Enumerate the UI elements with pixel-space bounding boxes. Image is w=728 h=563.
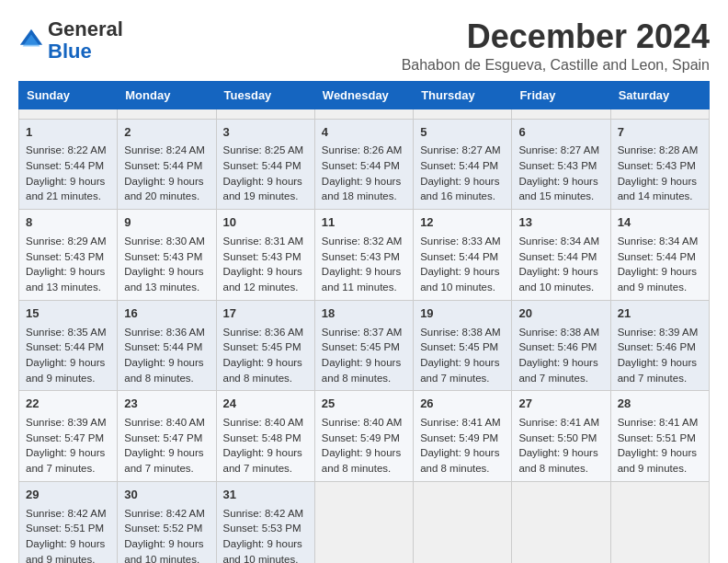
day-header-row: SundayMondayTuesdayWednesdayThursdayFrid…	[19, 81, 710, 109]
day-header-thursday: Thursday	[414, 81, 512, 109]
sunset-text: Sunset: 5:43 PM	[618, 160, 696, 171]
sunset-text: Sunset: 5:45 PM	[322, 341, 400, 352]
day-header-monday: Monday	[118, 81, 216, 109]
sunrise-text: Sunrise: 8:33 AM	[420, 236, 501, 247]
day-number: 6	[518, 124, 603, 142]
sunset-text: Sunset: 5:43 PM	[124, 251, 202, 262]
calendar-cell: 26Sunrise: 8:41 AMSunset: 5:49 PMDayligh…	[414, 391, 512, 482]
day-number: 15	[26, 305, 110, 323]
calendar-cell: 21Sunrise: 8:39 AMSunset: 5:46 PMDayligh…	[610, 300, 709, 391]
day-number: 8	[26, 214, 110, 232]
day-number: 10	[223, 214, 308, 232]
sunset-text: Sunset: 5:43 PM	[518, 160, 597, 171]
day-header-friday: Friday	[512, 81, 610, 109]
calendar-cell: 25Sunrise: 8:40 AMSunset: 5:49 PMDayligh…	[314, 391, 413, 482]
daylight-text: Daylight: 9 hours and 7 minutes.	[26, 447, 105, 474]
sunrise-text: Sunrise: 8:32 AM	[322, 236, 403, 247]
calendar-cell	[414, 109, 512, 119]
day-number: 28	[618, 396, 702, 413]
sunset-text: Sunset: 5:47 PM	[124, 432, 202, 443]
daylight-text: Daylight: 9 hours and 13 minutes.	[124, 266, 203, 293]
sunrise-text: Sunrise: 8:30 AM	[124, 236, 205, 247]
calendar-cell: 14Sunrise: 8:34 AMSunset: 5:44 PMDayligh…	[610, 210, 709, 301]
day-header-saturday: Saturday	[610, 81, 709, 109]
calendar-cell: 1Sunrise: 8:22 AMSunset: 5:44 PMDaylight…	[19, 119, 118, 210]
calendar-cell: 8Sunrise: 8:29 AMSunset: 5:43 PMDaylight…	[19, 210, 118, 301]
calendar-week-row: 22Sunrise: 8:39 AMSunset: 5:47 PMDayligh…	[19, 391, 710, 482]
calendar-cell: 12Sunrise: 8:33 AMSunset: 5:44 PMDayligh…	[414, 210, 512, 301]
sunrise-text: Sunrise: 8:36 AM	[124, 327, 205, 338]
logo-blue: Blue	[48, 40, 92, 63]
day-number: 26	[420, 396, 505, 413]
sunset-text: Sunset: 5:44 PM	[518, 251, 597, 262]
sunset-text: Sunset: 5:45 PM	[420, 341, 498, 352]
location-title: Bahabon de Esgueva, Castille and Leon, S…	[402, 57, 710, 74]
daylight-text: Daylight: 9 hours and 8 minutes.	[124, 357, 203, 384]
calendar-cell: 23Sunrise: 8:40 AMSunset: 5:47 PMDayligh…	[118, 391, 216, 482]
calendar-cell: 6Sunrise: 8:27 AMSunset: 5:43 PMDaylight…	[512, 119, 610, 210]
day-number: 24	[223, 396, 308, 413]
calendar-cell: 4Sunrise: 8:26 AMSunset: 5:44 PMDaylight…	[314, 119, 413, 210]
day-number: 11	[322, 214, 406, 232]
sunset-text: Sunset: 5:44 PM	[618, 251, 696, 262]
sunrise-text: Sunrise: 8:26 AM	[322, 144, 403, 155]
day-number: 4	[322, 124, 406, 142]
day-number: 19	[420, 305, 505, 323]
calendar-cell: 2Sunrise: 8:24 AMSunset: 5:44 PMDaylight…	[118, 119, 216, 210]
day-number: 13	[518, 214, 603, 232]
calendar-cell: 11Sunrise: 8:32 AMSunset: 5:43 PMDayligh…	[314, 210, 413, 301]
sunrise-text: Sunrise: 8:41 AM	[518, 417, 599, 428]
day-number: 18	[322, 305, 406, 323]
sunset-text: Sunset: 5:52 PM	[124, 523, 202, 534]
day-number: 21	[618, 305, 702, 323]
sunrise-text: Sunrise: 8:41 AM	[420, 417, 501, 428]
calendar-week-row: 15Sunrise: 8:35 AMSunset: 5:44 PMDayligh…	[19, 300, 710, 391]
daylight-text: Daylight: 9 hours and 9 minutes.	[26, 538, 105, 563]
sunset-text: Sunset: 5:43 PM	[322, 251, 400, 262]
sunset-text: Sunset: 5:48 PM	[223, 432, 301, 443]
day-number: 30	[124, 487, 209, 504]
day-number: 27	[518, 396, 603, 413]
daylight-text: Daylight: 9 hours and 18 minutes.	[322, 176, 401, 202]
calendar-cell	[512, 109, 610, 119]
title-area: December 2024 Bahabon de Esgueva, Castil…	[402, 18, 710, 74]
daylight-text: Daylight: 9 hours and 8 minutes.	[420, 447, 499, 474]
sunset-text: Sunset: 5:44 PM	[26, 341, 104, 352]
sunset-text: Sunset: 5:43 PM	[26, 251, 104, 262]
calendar-cell: 3Sunrise: 8:25 AMSunset: 5:44 PMDaylight…	[216, 119, 314, 210]
calendar-week-row	[19, 109, 710, 119]
day-number: 1	[26, 124, 110, 142]
sunset-text: Sunset: 5:46 PM	[618, 341, 696, 352]
daylight-text: Daylight: 9 hours and 19 minutes.	[223, 176, 302, 202]
day-number: 16	[124, 305, 209, 323]
daylight-text: Daylight: 9 hours and 7 minutes.	[223, 447, 302, 474]
sunset-text: Sunset: 5:44 PM	[124, 341, 202, 352]
calendar-cell: 15Sunrise: 8:35 AMSunset: 5:44 PMDayligh…	[19, 300, 118, 391]
calendar-cell: 20Sunrise: 8:38 AMSunset: 5:46 PMDayligh…	[512, 300, 610, 391]
daylight-text: Daylight: 9 hours and 7 minutes.	[618, 357, 697, 384]
day-number: 23	[124, 396, 209, 413]
sunset-text: Sunset: 5:46 PM	[518, 341, 597, 352]
sunrise-text: Sunrise: 8:24 AM	[124, 144, 205, 155]
logo-text: General Blue	[48, 18, 123, 63]
daylight-text: Daylight: 9 hours and 7 minutes.	[420, 357, 499, 384]
calendar-cell	[216, 109, 314, 119]
calendar-cell: 13Sunrise: 8:34 AMSunset: 5:44 PMDayligh…	[512, 210, 610, 301]
calendar-cell: 18Sunrise: 8:37 AMSunset: 5:45 PMDayligh…	[314, 300, 413, 391]
logo-general: General	[48, 17, 123, 40]
sunrise-text: Sunrise: 8:36 AM	[223, 327, 304, 338]
daylight-text: Daylight: 9 hours and 9 minutes.	[26, 357, 105, 384]
sunrise-text: Sunrise: 8:28 AM	[618, 144, 699, 155]
calendar-cell	[414, 481, 512, 563]
month-title: December 2024	[402, 18, 710, 55]
day-number: 2	[124, 124, 209, 142]
sunset-text: Sunset: 5:53 PM	[223, 523, 301, 534]
day-number: 14	[618, 214, 702, 232]
calendar-cell	[610, 481, 709, 563]
page-header: General Blue December 2024 Bahabon de Es…	[18, 18, 710, 74]
daylight-text: Daylight: 9 hours and 8 minutes.	[518, 447, 597, 474]
sunrise-text: Sunrise: 8:42 AM	[223, 508, 304, 519]
day-header-wednesday: Wednesday	[314, 81, 413, 109]
sunset-text: Sunset: 5:44 PM	[420, 251, 498, 262]
daylight-text: Daylight: 9 hours and 10 minutes.	[124, 538, 203, 563]
